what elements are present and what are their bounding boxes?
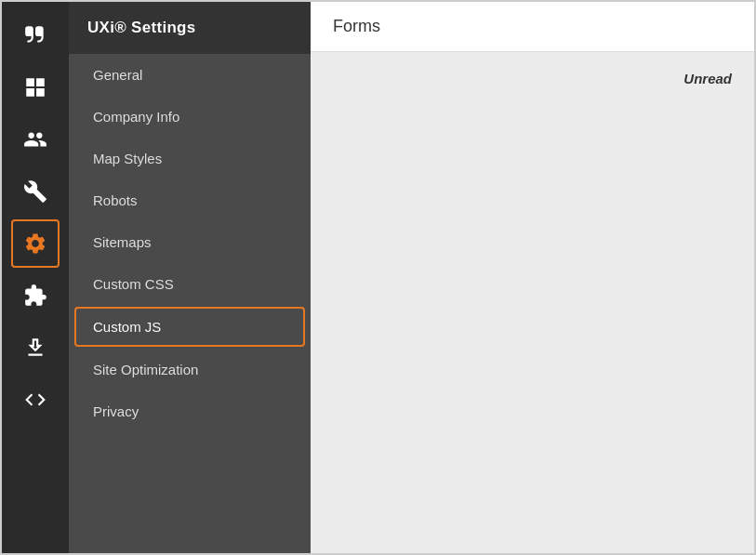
dropdown-item-general[interactable]: General — [74, 55, 305, 95]
dropdown-item-privacy[interactable]: Privacy — [74, 391, 305, 431]
dropdown-item-site-optimization[interactable]: Site Optimization — [74, 350, 305, 390]
sidebar-icon-quote[interactable] — [11, 11, 60, 59]
sidebar-icon-settings[interactable] — [11, 219, 60, 268]
dropdown-item-sitemaps[interactable]: Sitemaps — [74, 222, 305, 262]
dropdown-item-custom-css[interactable]: Custom CSS — [74, 264, 305, 304]
dropdown-item-robots[interactable]: Robots — [74, 180, 305, 220]
dropdown-item-company-info[interactable]: Company Info — [74, 97, 305, 137]
sidebar — [2, 2, 69, 553]
sidebar-icon-code[interactable] — [11, 376, 60, 424]
unread-label: Unread — [683, 71, 732, 86]
sidebar-icon-layout[interactable] — [11, 63, 60, 112]
sidebar-icon-plugin[interactable] — [11, 271, 60, 320]
main-header: Forms — [311, 2, 754, 52]
sidebar-icon-tools[interactable] — [11, 167, 60, 216]
dropdown-item-custom-js[interactable]: Custom JS — [74, 307, 305, 347]
main-title: Forms — [333, 17, 380, 36]
dropdown-item-map-styles[interactable]: Map Styles — [74, 139, 305, 178]
main-content: Forms Unread — [311, 2, 754, 553]
sidebar-icon-export[interactable] — [11, 324, 60, 372]
dropdown-menu: UXi® Settings General Company Info Map S… — [69, 2, 311, 553]
dropdown-header: UXi® Settings — [69, 2, 311, 54]
sidebar-icon-users[interactable] — [11, 115, 60, 164]
main-body: Unread — [311, 52, 754, 553]
